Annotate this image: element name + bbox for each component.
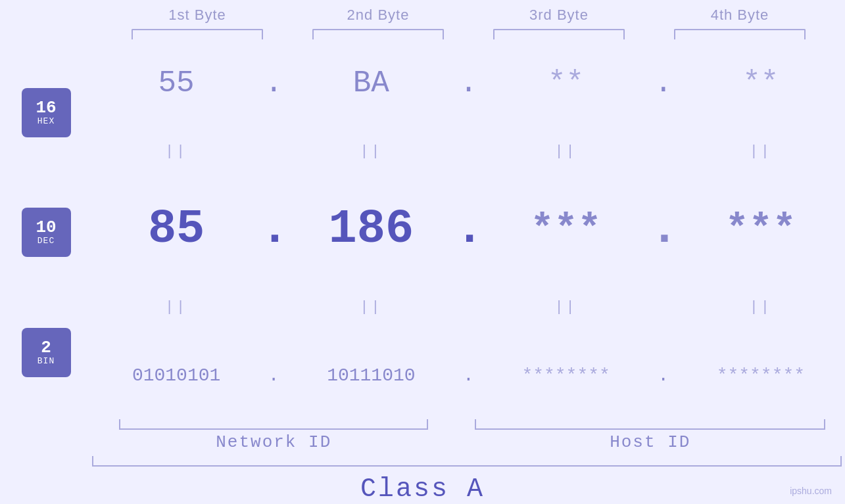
dec-sep-2: . — [456, 206, 482, 253]
bin-badge-number: 2 — [41, 339, 51, 356]
byte-label-3: 3rd Byte — [529, 7, 589, 23]
bracket-line-1 — [132, 29, 263, 39]
bin-sep-1: . — [260, 365, 287, 386]
hex-sep-3: . — [650, 66, 677, 101]
equals-row-2: || || || || — [92, 294, 845, 321]
dec-sep-3: . — [650, 206, 677, 253]
byte-col-3: 3rd Byte — [469, 7, 650, 24]
host-bracket-container — [456, 419, 846, 430]
hex-val-1: 55 — [92, 66, 260, 101]
bracket-1 — [107, 29, 288, 39]
hex-badge-number: 16 — [36, 99, 56, 116]
dec-val-4: *** — [677, 207, 845, 252]
bracket-3 — [469, 29, 650, 39]
hex-badge[interactable]: 16 HEX — [22, 88, 71, 137]
full-bottom-bracket — [92, 456, 842, 467]
byte-label-2: 2nd Byte — [347, 7, 410, 23]
network-id-area: Network ID — [92, 432, 456, 452]
bin-sep-3: . — [650, 365, 677, 386]
dec-val-3: *** — [482, 207, 650, 252]
hex-val-4: ** — [677, 66, 845, 101]
bin-val-1: 01010101 — [92, 365, 260, 386]
hex-val-3: ** — [482, 66, 650, 101]
byte-col-2: 2nd Byte — [288, 7, 469, 24]
bottom-bracket-lines — [92, 419, 845, 430]
bin-sep-2: . — [456, 365, 482, 386]
bracket-4 — [650, 29, 831, 39]
bin-val-3: ******** — [482, 365, 650, 386]
host-id-label: Host ID — [610, 432, 690, 452]
hex-val-2: BA — [287, 66, 455, 101]
network-id-label: Network ID — [216, 432, 331, 452]
class-row: Class A — [0, 474, 845, 504]
byte-headers: 1st Byte 2nd Byte 3rd Byte 4th Byte — [0, 7, 845, 24]
equals-row-1: || || || || — [92, 138, 845, 164]
hex-badge-label: HEX — [37, 116, 55, 126]
byte-label-1: 1st Byte — [168, 7, 226, 23]
bracket-line-3 — [493, 29, 625, 39]
byte-col-4: 4th Byte — [650, 7, 831, 24]
dec-badge-number: 10 — [36, 219, 56, 236]
bin-badge[interactable]: 2 BIN — [22, 328, 71, 377]
bin-badge-label: BIN — [37, 356, 55, 366]
hex-sep-2: . — [456, 66, 482, 101]
byte-label-4: 4th Byte — [711, 7, 769, 23]
bin-row: 01010101 . 10111010 . ******** — [92, 349, 845, 401]
bin-val-2: 10111010 — [287, 365, 455, 386]
id-labels-row: Network ID Host ID — [92, 432, 845, 452]
dec-sep-1: . — [260, 206, 287, 253]
dec-badge[interactable]: 10 DEC — [22, 208, 71, 257]
network-bracket-line — [119, 419, 428, 430]
bracket-line-4 — [674, 29, 806, 39]
host-bracket-line — [475, 419, 825, 430]
hex-sep-1: . — [260, 66, 287, 101]
dec-val-1: 85 — [92, 202, 260, 256]
dec-row: 85 . 186 . *** . — [92, 193, 845, 265]
dec-badge-label: DEC — [37, 236, 55, 246]
attribution: ipshu.com — [790, 486, 832, 496]
top-brackets — [0, 29, 845, 39]
bin-val-4: ******** — [677, 365, 845, 386]
bracket-line-2 — [312, 29, 444, 39]
byte-col-1: 1st Byte — [107, 7, 288, 24]
bracket-2 — [288, 29, 469, 39]
hex-row: 55 . BA . ** . — [92, 57, 845, 110]
badges-column: 16 HEX 10 DEC 2 BIN — [0, 39, 92, 419]
main-container: 1st Byte 2nd Byte 3rd Byte 4th Byte — [0, 0, 845, 504]
dec-val-2: 186 — [287, 202, 455, 256]
host-id-area: Host ID — [456, 432, 846, 452]
class-label: Class A — [360, 474, 485, 504]
network-bracket-container — [92, 419, 456, 430]
